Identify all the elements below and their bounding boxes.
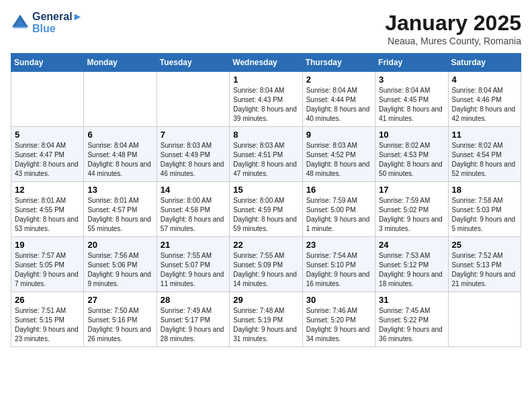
day-info: Sunrise: 7:51 AM Sunset: 5:15 PM Dayligh… [15,306,80,344]
day-number: 15 [233,185,298,195]
day-number: 6 [87,130,152,140]
day-info: Sunrise: 7:53 AM Sunset: 5:12 PM Dayligh… [379,251,444,289]
weekday-header-monday: Monday [84,54,157,72]
day-number: 16 [306,185,371,195]
day-number: 10 [379,130,444,140]
day-info: Sunrise: 8:04 AM Sunset: 4:48 PM Dayligh… [87,141,152,179]
day-info: Sunrise: 7:48 AM Sunset: 5:19 PM Dayligh… [233,306,298,344]
day-number: 17 [379,185,444,195]
weekday-header-thursday: Thursday [302,54,375,72]
day-info: Sunrise: 7:59 AM Sunset: 5:00 PM Dayligh… [306,196,371,234]
day-number: 25 [452,240,517,250]
day-number: 5 [15,130,80,140]
calendar-cell: 23Sunrise: 7:54 AM Sunset: 5:10 PM Dayli… [302,237,375,292]
day-info: Sunrise: 7:58 AM Sunset: 5:03 PM Dayligh… [452,196,517,234]
day-number: 23 [306,240,371,250]
day-number: 1 [233,75,298,85]
calendar-cell: 5Sunrise: 8:04 AM Sunset: 4:47 PM Daylig… [11,127,84,182]
calendar-cell: 21Sunrise: 7:55 AM Sunset: 5:07 PM Dayli… [157,237,229,292]
calendar-week-row: 5Sunrise: 8:04 AM Sunset: 4:47 PM Daylig… [11,127,521,182]
calendar-week-row: 1Sunrise: 8:04 AM Sunset: 4:43 PM Daylig… [11,72,521,127]
calendar-cell: 26Sunrise: 7:51 AM Sunset: 5:15 PM Dayli… [11,292,84,347]
day-info: Sunrise: 7:56 AM Sunset: 5:06 PM Dayligh… [87,251,152,289]
calendar-cell: 17Sunrise: 7:59 AM Sunset: 5:02 PM Dayli… [375,182,448,237]
calendar-week-row: 12Sunrise: 8:01 AM Sunset: 4:55 PM Dayli… [11,182,521,237]
calendar-subtitle: Neaua, Mures County, Romania [385,36,521,46]
day-info: Sunrise: 8:01 AM Sunset: 4:57 PM Dayligh… [87,196,152,234]
day-info: Sunrise: 7:50 AM Sunset: 5:16 PM Dayligh… [87,306,152,344]
calendar-cell [84,72,157,127]
calendar-cell: 31Sunrise: 7:45 AM Sunset: 5:22 PM Dayli… [375,292,448,347]
calendar-cell: 2Sunrise: 8:04 AM Sunset: 4:44 PM Daylig… [302,72,375,127]
weekday-header-sunday: Sunday [11,54,84,72]
day-number: 9 [306,130,371,140]
calendar-cell [11,72,84,127]
day-number: 26 [15,295,80,305]
day-info: Sunrise: 8:04 AM Sunset: 4:44 PM Dayligh… [306,86,371,124]
calendar-cell: 24Sunrise: 7:53 AM Sunset: 5:12 PM Dayli… [375,237,448,292]
calendar-week-row: 19Sunrise: 7:57 AM Sunset: 5:05 PM Dayli… [11,237,521,292]
calendar-cell: 30Sunrise: 7:46 AM Sunset: 5:20 PM Dayli… [302,292,375,347]
calendar-title: January 2025 [385,11,521,36]
day-number: 27 [87,295,152,305]
weekday-header-tuesday: Tuesday [157,54,229,72]
day-number: 30 [306,295,371,305]
day-number: 14 [161,185,226,195]
calendar-cell: 18Sunrise: 7:58 AM Sunset: 5:03 PM Dayli… [448,182,521,237]
day-number: 21 [161,240,226,250]
day-info: Sunrise: 8:00 AM Sunset: 4:58 PM Dayligh… [161,196,226,234]
day-number: 24 [379,240,444,250]
calendar-cell: 20Sunrise: 7:56 AM Sunset: 5:06 PM Dayli… [84,237,157,292]
day-info: Sunrise: 7:52 AM Sunset: 5:13 PM Dayligh… [452,251,517,289]
logo-icon [11,13,30,32]
day-info: Sunrise: 8:04 AM Sunset: 4:47 PM Dayligh… [15,141,80,179]
calendar-cell: 1Sunrise: 8:04 AM Sunset: 4:43 PM Daylig… [230,72,302,127]
calendar-cell: 7Sunrise: 8:03 AM Sunset: 4:49 PM Daylig… [157,127,229,182]
weekday-header-friday: Friday [375,54,448,72]
calendar-cell: 6Sunrise: 8:04 AM Sunset: 4:48 PM Daylig… [84,127,157,182]
day-number: 12 [15,185,80,195]
day-info: Sunrise: 8:03 AM Sunset: 4:51 PM Dayligh… [233,141,298,179]
calendar-cell: 16Sunrise: 7:59 AM Sunset: 5:00 PM Dayli… [302,182,375,237]
day-number: 2 [306,75,371,85]
day-info: Sunrise: 8:01 AM Sunset: 4:55 PM Dayligh… [15,196,80,234]
day-info: Sunrise: 8:04 AM Sunset: 4:43 PM Dayligh… [233,86,298,124]
day-number: 7 [161,130,226,140]
calendar-cell: 12Sunrise: 8:01 AM Sunset: 4:55 PM Dayli… [11,182,84,237]
calendar-cell: 19Sunrise: 7:57 AM Sunset: 5:05 PM Dayli… [11,237,84,292]
day-info: Sunrise: 8:03 AM Sunset: 4:52 PM Dayligh… [306,141,371,179]
calendar-cell: 10Sunrise: 8:02 AM Sunset: 4:53 PM Dayli… [375,127,448,182]
day-info: Sunrise: 7:57 AM Sunset: 5:05 PM Dayligh… [15,251,80,289]
day-info: Sunrise: 7:46 AM Sunset: 5:20 PM Dayligh… [306,306,371,344]
calendar-cell: 27Sunrise: 7:50 AM Sunset: 5:16 PM Dayli… [84,292,157,347]
day-info: Sunrise: 7:54 AM Sunset: 5:10 PM Dayligh… [306,251,371,289]
day-number: 13 [87,185,152,195]
day-number: 8 [233,130,298,140]
calendar-cell: 11Sunrise: 8:02 AM Sunset: 4:54 PM Dayli… [448,127,521,182]
day-info: Sunrise: 7:55 AM Sunset: 5:07 PM Dayligh… [161,251,226,289]
day-info: Sunrise: 8:00 AM Sunset: 4:59 PM Dayligh… [233,196,298,234]
weekday-header-row: SundayMondayTuesdayWednesdayThursdayFrid… [11,54,521,72]
calendar-cell: 8Sunrise: 8:03 AM Sunset: 4:51 PM Daylig… [230,127,302,182]
day-number: 3 [379,75,444,85]
weekday-header-saturday: Saturday [448,54,521,72]
calendar-cell [157,72,229,127]
day-info: Sunrise: 8:04 AM Sunset: 4:45 PM Dayligh… [379,86,444,124]
day-number: 31 [379,295,444,305]
calendar-table: SundayMondayTuesdayWednesdayThursdayFrid… [11,53,521,347]
calendar-cell: 29Sunrise: 7:48 AM Sunset: 5:19 PM Dayli… [230,292,302,347]
calendar-cell: 13Sunrise: 8:01 AM Sunset: 4:57 PM Dayli… [84,182,157,237]
calendar-week-row: 26Sunrise: 7:51 AM Sunset: 5:15 PM Dayli… [11,292,521,347]
logo: General► Blue [11,11,83,35]
day-number: 22 [233,240,298,250]
calendar-cell: 9Sunrise: 8:03 AM Sunset: 4:52 PM Daylig… [302,127,375,182]
weekday-header-wednesday: Wednesday [230,54,302,72]
calendar-cell: 14Sunrise: 8:00 AM Sunset: 4:58 PM Dayli… [157,182,229,237]
day-number: 18 [452,185,517,195]
logo-text: General► Blue [32,11,83,35]
day-info: Sunrise: 8:02 AM Sunset: 4:54 PM Dayligh… [452,141,517,179]
calendar-cell: 28Sunrise: 7:49 AM Sunset: 5:17 PM Dayli… [157,292,229,347]
day-number: 28 [161,295,226,305]
calendar-cell: 15Sunrise: 8:00 AM Sunset: 4:59 PM Dayli… [230,182,302,237]
day-info: Sunrise: 8:02 AM Sunset: 4:53 PM Dayligh… [379,141,444,179]
